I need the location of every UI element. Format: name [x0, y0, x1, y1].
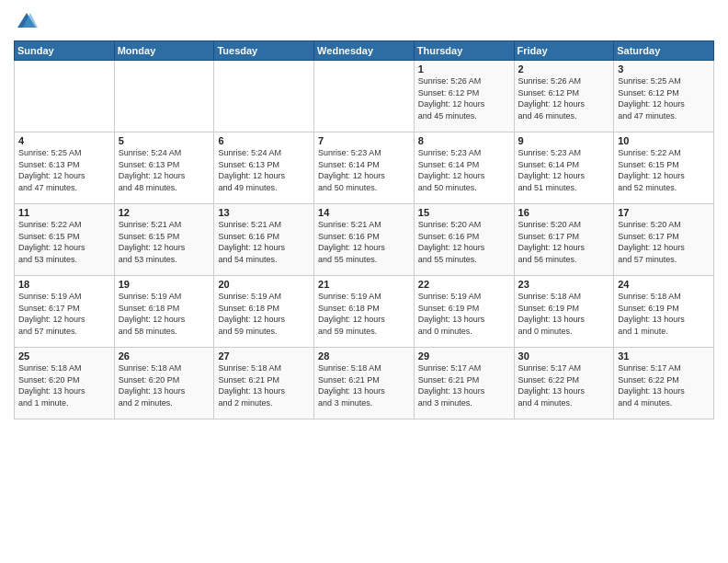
calendar-cell: 3Sunrise: 5:25 AM Sunset: 6:12 PM Daylig… [614, 61, 714, 132]
calendar-cell [114, 61, 214, 132]
weekday-header-monday: Monday [114, 41, 214, 61]
calendar-cell [214, 61, 314, 132]
day-info: Sunrise: 5:23 AM Sunset: 6:14 PM Dayligh… [418, 147, 510, 193]
day-info: Sunrise: 5:17 AM Sunset: 6:21 PM Dayligh… [418, 362, 510, 408]
day-number: 1 [418, 63, 510, 75]
day-number: 18 [18, 279, 110, 290]
calendar-cell [15, 61, 115, 132]
day-number: 17 [618, 207, 710, 218]
day-info: Sunrise: 5:22 AM Sunset: 6:15 PM Dayligh… [18, 219, 110, 265]
day-number: 21 [318, 279, 410, 290]
day-info: Sunrise: 5:21 AM Sunset: 6:16 PM Dayligh… [218, 219, 310, 265]
day-number: 14 [318, 207, 410, 218]
day-info: Sunrise: 5:24 AM Sunset: 6:13 PM Dayligh… [119, 147, 210, 193]
day-number: 19 [119, 279, 210, 290]
day-number: 24 [618, 279, 710, 290]
day-info: Sunrise: 5:19 AM Sunset: 6:17 PM Dayligh… [18, 291, 110, 337]
calendar-cell: 26Sunrise: 5:18 AM Sunset: 6:20 PM Dayli… [114, 348, 214, 419]
calendar-cell: 9Sunrise: 5:23 AM Sunset: 6:14 PM Daylig… [514, 132, 614, 204]
day-number: 13 [218, 207, 310, 218]
calendar-cell: 29Sunrise: 5:17 AM Sunset: 6:21 PM Dayli… [414, 348, 514, 419]
calendar-week-2: 4Sunrise: 5:25 AM Sunset: 6:13 PM Daylig… [15, 132, 714, 204]
weekday-header-tuesday: Tuesday [214, 41, 314, 61]
calendar-cell: 7Sunrise: 5:23 AM Sunset: 6:14 PM Daylig… [314, 132, 415, 204]
day-number: 26 [119, 350, 210, 362]
calendar-week-1: 1Sunrise: 5:26 AM Sunset: 6:12 PM Daylig… [15, 61, 714, 132]
day-info: Sunrise: 5:21 AM Sunset: 6:16 PM Dayligh… [318, 219, 410, 265]
day-info: Sunrise: 5:19 AM Sunset: 6:18 PM Dayligh… [218, 291, 310, 337]
calendar-cell: 5Sunrise: 5:24 AM Sunset: 6:13 PM Daylig… [114, 132, 214, 204]
page-header [14, 9, 714, 35]
calendar-cell: 20Sunrise: 5:19 AM Sunset: 6:18 PM Dayli… [214, 276, 314, 348]
day-number: 11 [18, 207, 110, 218]
weekday-header-thursday: Thursday [414, 41, 514, 61]
day-number: 31 [618, 350, 710, 362]
day-number: 29 [418, 350, 510, 362]
calendar-cell: 13Sunrise: 5:21 AM Sunset: 6:16 PM Dayli… [214, 204, 314, 276]
calendar-cell: 25Sunrise: 5:18 AM Sunset: 6:20 PM Dayli… [15, 348, 115, 419]
calendar-cell: 10Sunrise: 5:22 AM Sunset: 6:15 PM Dayli… [614, 132, 714, 204]
day-info: Sunrise: 5:23 AM Sunset: 6:14 PM Dayligh… [518, 147, 610, 193]
day-info: Sunrise: 5:17 AM Sunset: 6:22 PM Dayligh… [618, 362, 710, 408]
calendar-cell [314, 61, 415, 132]
day-info: Sunrise: 5:18 AM Sunset: 6:21 PM Dayligh… [318, 362, 410, 408]
day-info: Sunrise: 5:26 AM Sunset: 6:12 PM Dayligh… [518, 75, 610, 121]
calendar-cell: 18Sunrise: 5:19 AM Sunset: 6:17 PM Dayli… [15, 276, 115, 348]
day-number: 7 [318, 135, 410, 146]
day-number: 22 [418, 279, 510, 290]
calendar-cell: 4Sunrise: 5:25 AM Sunset: 6:13 PM Daylig… [15, 132, 115, 204]
day-number: 12 [119, 207, 210, 218]
calendar-cell: 28Sunrise: 5:18 AM Sunset: 6:21 PM Dayli… [314, 348, 415, 419]
calendar-cell: 16Sunrise: 5:20 AM Sunset: 6:17 PM Dayli… [514, 204, 614, 276]
day-number: 23 [518, 279, 610, 290]
weekday-header-row: SundayMondayTuesdayWednesdayThursdayFrid… [15, 41, 714, 61]
calendar-cell: 2Sunrise: 5:26 AM Sunset: 6:12 PM Daylig… [514, 61, 614, 132]
calendar-cell: 24Sunrise: 5:18 AM Sunset: 6:19 PM Dayli… [614, 276, 714, 348]
day-number: 27 [218, 350, 310, 362]
day-info: Sunrise: 5:19 AM Sunset: 6:18 PM Dayligh… [318, 291, 410, 337]
calendar-cell: 6Sunrise: 5:24 AM Sunset: 6:13 PM Daylig… [214, 132, 314, 204]
weekday-header-friday: Friday [514, 41, 614, 61]
day-info: Sunrise: 5:18 AM Sunset: 6:19 PM Dayligh… [618, 291, 710, 337]
day-info: Sunrise: 5:20 AM Sunset: 6:17 PM Dayligh… [618, 219, 710, 265]
page-container: SundayMondayTuesdayWednesdayThursdayFrid… [0, 0, 728, 429]
day-number: 10 [618, 135, 710, 146]
calendar-cell: 17Sunrise: 5:20 AM Sunset: 6:17 PM Dayli… [614, 204, 714, 276]
calendar-week-4: 18Sunrise: 5:19 AM Sunset: 6:17 PM Dayli… [15, 276, 714, 348]
day-number: 25 [18, 350, 110, 362]
calendar-cell: 27Sunrise: 5:18 AM Sunset: 6:21 PM Dayli… [214, 348, 314, 419]
day-info: Sunrise: 5:20 AM Sunset: 6:17 PM Dayligh… [518, 219, 610, 265]
calendar-cell: 8Sunrise: 5:23 AM Sunset: 6:14 PM Daylig… [414, 132, 514, 204]
calendar-cell: 21Sunrise: 5:19 AM Sunset: 6:18 PM Dayli… [314, 276, 415, 348]
day-info: Sunrise: 5:25 AM Sunset: 6:12 PM Dayligh… [618, 75, 710, 121]
calendar-cell: 11Sunrise: 5:22 AM Sunset: 6:15 PM Dayli… [15, 204, 115, 276]
day-info: Sunrise: 5:21 AM Sunset: 6:15 PM Dayligh… [119, 219, 210, 265]
day-number: 15 [418, 207, 510, 218]
day-info: Sunrise: 5:18 AM Sunset: 6:20 PM Dayligh… [119, 362, 210, 408]
day-info: Sunrise: 5:25 AM Sunset: 6:13 PM Dayligh… [18, 147, 110, 193]
day-info: Sunrise: 5:26 AM Sunset: 6:12 PM Dayligh… [418, 75, 510, 121]
logo-icon [14, 9, 40, 35]
day-number: 30 [518, 350, 610, 362]
calendar-cell: 1Sunrise: 5:26 AM Sunset: 6:12 PM Daylig… [414, 61, 514, 132]
day-number: 3 [618, 63, 710, 75]
logo [14, 9, 43, 35]
day-info: Sunrise: 5:24 AM Sunset: 6:13 PM Dayligh… [218, 147, 310, 193]
day-number: 28 [318, 350, 410, 362]
day-number: 6 [218, 135, 310, 146]
weekday-header-wednesday: Wednesday [314, 41, 415, 61]
day-info: Sunrise: 5:20 AM Sunset: 6:16 PM Dayligh… [418, 219, 510, 265]
day-info: Sunrise: 5:17 AM Sunset: 6:22 PM Dayligh… [518, 362, 610, 408]
day-number: 5 [119, 135, 210, 146]
calendar-week-3: 11Sunrise: 5:22 AM Sunset: 6:15 PM Dayli… [15, 204, 714, 276]
day-info: Sunrise: 5:19 AM Sunset: 6:19 PM Dayligh… [418, 291, 510, 337]
calendar-cell: 31Sunrise: 5:17 AM Sunset: 6:22 PM Dayli… [614, 348, 714, 419]
day-info: Sunrise: 5:18 AM Sunset: 6:20 PM Dayligh… [18, 362, 110, 408]
calendar-cell: 22Sunrise: 5:19 AM Sunset: 6:19 PM Dayli… [414, 276, 514, 348]
calendar-week-5: 25Sunrise: 5:18 AM Sunset: 6:20 PM Dayli… [15, 348, 714, 419]
day-info: Sunrise: 5:23 AM Sunset: 6:14 PM Dayligh… [318, 147, 410, 193]
calendar-cell: 19Sunrise: 5:19 AM Sunset: 6:18 PM Dayli… [114, 276, 214, 348]
day-number: 20 [218, 279, 310, 290]
day-number: 4 [18, 135, 110, 146]
day-info: Sunrise: 5:18 AM Sunset: 6:19 PM Dayligh… [518, 291, 610, 337]
